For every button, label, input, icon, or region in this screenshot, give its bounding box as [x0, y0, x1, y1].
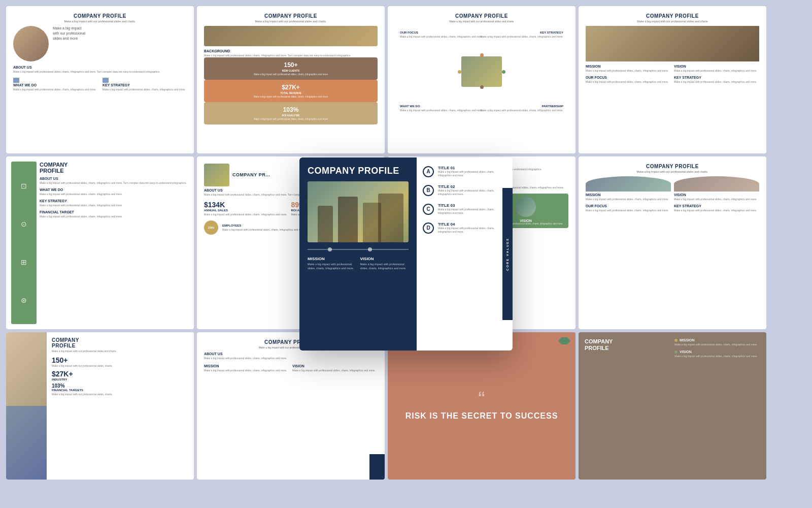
slide-9-content: COMPANYPROFILE Make a big impact with ou…	[47, 332, 194, 480]
core-values-bar: CORE VALUES	[502, 188, 513, 320]
timeline	[308, 247, 409, 251]
slide-12-vision: VISION Make a big impact with profession…	[674, 350, 760, 358]
slide-12-right: MISSION Make a big impact with professio…	[674, 338, 760, 358]
slide-3-partnership: PARTNERSHIP Make a big impact with profe…	[481, 105, 563, 112]
slide-10-about: ABOUT US Make a big impact with professi…	[204, 352, 378, 360]
settings-icon: ⊛	[21, 296, 27, 304]
slide-5: ⊡ ⊙ ⊞ ⊛ COMPANYPROFILE ABOUT US Make a b…	[6, 156, 194, 329]
slide-5-key-strategy: KEY STRATEGY Make a big impact with prof…	[40, 199, 189, 207]
slide-8-our-focus: OUR FOCUS Make a big impact with profess…	[586, 204, 671, 212]
slide-4-photo	[586, 26, 759, 61]
timeline-dot-1	[328, 247, 332, 251]
featured-main-title: COMPANY PROFILE	[308, 166, 409, 176]
slide-8: COMPANY PROFILE Make a big impact with o…	[579, 156, 766, 329]
slide-3-web-diagram: OUR FOCUS Make a big impact with profess…	[395, 26, 568, 117]
person-2	[338, 197, 358, 242]
slide-6-photo	[204, 164, 229, 186]
title-item-c: C TITLE 03 Make a big impact with profes…	[423, 203, 506, 215]
featured-right-panel: CORE VALUES A TITLE 01 Make a big impact…	[417, 157, 513, 351]
slide-4-photo-overlay	[586, 26, 759, 61]
slide-3-our-focus: OUR FOCUS Make a big impact with profess…	[400, 31, 483, 39]
slide-2: COMPANY PROFILE Make a big impact with o…	[197, 6, 385, 153]
slide-7-vision-photo	[516, 197, 536, 217]
slide-4-key-strategy: KEY STRATEGY Make a big impact with prof…	[674, 76, 759, 84]
slide-3-key-strategy: KEY STRATEGY Make a big impact with prof…	[481, 31, 563, 39]
slide-9-photo-bottom	[6, 406, 47, 480]
slide-3-center-image	[461, 56, 502, 87]
featured-mission-row: MISSION Make a big impact with professio…	[308, 257, 409, 270]
slide-12: COMPANYPROFILE MISSION Make a big impact…	[579, 332, 766, 480]
dot-top	[480, 53, 484, 57]
stat-box-2: $27K+ TOTAL REVENUE Make a big impact wi…	[204, 80, 378, 102]
title-circle-c: C	[423, 204, 434, 215]
slide-1-title: COMPANY PROFILE	[13, 13, 187, 19]
featured-photo-inner	[308, 181, 409, 242]
slide-4-our-focus: OUR FOCUS Make a big impact with profess…	[586, 76, 671, 84]
featured-vision: VISION Make a big impact with profession…	[360, 257, 409, 270]
slide-10-mv: MISSION Make a big impact with professio…	[204, 364, 378, 372]
slide-2-subtitle: Make a big impact with our professional …	[204, 20, 378, 23]
title-item-b: B TITLE 02 Make a big impact with profes…	[423, 184, 506, 196]
slide-10-accent	[369, 454, 385, 480]
slide-5-about: ABOUT US Make a big impact with professi…	[40, 177, 189, 185]
title-content-b: TITLE 02 Make a big impact with professi…	[438, 184, 506, 196]
slide-1-photo	[13, 26, 49, 61]
slide-5-what-we-do: WHAT WE DO Make a big impact with profes…	[40, 188, 189, 196]
dot-right	[502, 70, 505, 74]
slide-4: COMPANY PROFILE Make a big impact with o…	[579, 6, 766, 153]
stat-box-3: 103% ROI ANALYSIS Make a big impact with…	[204, 102, 378, 124]
slide-10-vision: VISION Make a big impact with profession…	[292, 364, 378, 372]
slide-2-background: BACKGROUND Make a big impact with profes…	[204, 49, 378, 57]
slide-10: COMPANY PROFILE Make a big impact with o…	[197, 332, 385, 480]
chart-bar-icon: ⊞	[21, 258, 27, 266]
slide-8-vision: VISION Make a big impact with profession…	[674, 176, 759, 201]
slide-3-title: COMPANY PROFILE	[395, 13, 568, 19]
slide-1-features: WHAT WE DO Make a big impact with profes…	[13, 78, 187, 91]
slide-12-mission: MISSION Make a big impact with professio…	[674, 338, 760, 346]
person-4	[378, 194, 403, 242]
slide-9-stat-1: 150+ Make a big impact with our professi…	[52, 356, 189, 368]
slide-8-mission-photo	[586, 176, 671, 192]
slide-9-photo-top	[6, 332, 47, 406]
dot-mission	[674, 339, 678, 342]
featured-mission: MISSION Make a big impact with professio…	[308, 257, 356, 270]
slide-3-subtitle: Make a big impact with our professional …	[395, 20, 568, 23]
slide-11: “ RISK IS THE SECRET TO SUCCESS	[388, 332, 576, 480]
slide-1-key-strategy: KEY STRATEGY Make a big impact with prof…	[103, 78, 187, 91]
featured-left-panel: COMPANY PROFILE MISSION Make a big impac…	[299, 157, 417, 351]
slide-12-layout: COMPANYPROFILE MISSION Make a big impact…	[585, 338, 760, 358]
slide-1-about: ABOUT US Make a big impact with professi…	[13, 66, 187, 74]
slide-9-photos	[6, 332, 47, 480]
featured-photo	[308, 181, 409, 242]
title-item-d: D TITLE 04 Make a big impact with profes…	[423, 222, 506, 234]
quote-mark: “	[478, 391, 485, 407]
slide-5-green-bar: ⊡ ⊙ ⊞ ⊛	[11, 162, 37, 324]
slide-8-grid: MISSION Make a big impact with professio…	[586, 176, 759, 212]
slide-8-title: COMPANY PROFILE	[586, 164, 759, 169]
slide-4-title: COMPANY PROFILE	[586, 13, 759, 19]
slide-1-subtitle: Make a big impact with our professional …	[13, 20, 187, 23]
slide-12-left: COMPANYPROFILE	[585, 338, 670, 358]
slide-2-photo	[204, 26, 378, 46]
slide-featured: COMPANY PROFILE MISSION Make a big impac…	[299, 157, 513, 351]
title-circle-b: B	[423, 185, 434, 196]
monitor-icon	[13, 78, 19, 83]
people-icon: ⊙	[21, 220, 27, 228]
slide-6-employees-content: EMPLOYEES Make a big impact with profess…	[222, 224, 305, 232]
slide-8-mission: MISSION Make a big impact with professio…	[586, 176, 671, 201]
slide-4-subtitle: Make a big impact with our professional …	[586, 20, 759, 23]
slide-8-subtitle: Make a big impact with our professional …	[586, 170, 759, 173]
slide-3-what-we-do: WHAT WE DO Make a big impact with profes…	[400, 105, 483, 112]
slide-2-stats: 150+ NEW CLIENTS Make a big impact with …	[204, 57, 378, 124]
quote-text: RISK IS THE SECRET TO SUCCESS	[405, 411, 558, 421]
slide-5-content: COMPANYPROFILE ABOUT US Make a big impac…	[40, 162, 189, 324]
title-content-a: TITLE 01 Make a big impact with professi…	[438, 166, 506, 177]
chart-icon	[103, 78, 109, 83]
title-circle-d: D	[423, 223, 434, 234]
monitor-icon: ⊡	[21, 182, 27, 190]
employees-badge: 150+	[204, 220, 218, 235]
dot-bottom	[480, 85, 484, 89]
title-item-a: A TITLE 01 Make a big impact with profes…	[423, 166, 506, 177]
dot-left	[458, 70, 461, 74]
slide-12-title: COMPANYPROFILE	[585, 338, 670, 352]
